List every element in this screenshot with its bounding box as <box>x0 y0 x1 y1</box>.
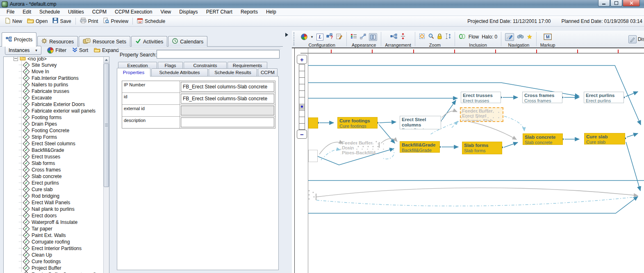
zoom-slider[interactable] <box>299 64 305 130</box>
save-button[interactable]: Save <box>50 17 73 25</box>
open-button[interactable]: Open <box>25 17 50 25</box>
minimize-icon[interactable] <box>598 0 610 7</box>
pert-node-erect-trusses[interactable]: Erect trussesErect trusses <box>461 92 501 103</box>
dropdown-arrow-icon[interactable]: ▼ <box>310 35 314 39</box>
tree-item[interactable]: ✓ Cure slab <box>4 186 104 193</box>
tree-item[interactable]: ✓ Footing forms <box>4 114 104 121</box>
pert-node-backfill-grade[interactable]: Backfill&GradeBackfill&Grade <box>400 141 440 153</box>
tree-item[interactable]: ✓ Slab forms <box>4 160 104 167</box>
tree-item[interactable]: ✓ Corrugate roofing <box>4 239 104 245</box>
tree-item[interactable]: ✓ Tar paper <box>4 226 104 232</box>
pert-node-feeder-buffer-erect-steel[interactable]: Feeder BufferErect Steelcolumns-Slab <box>460 107 503 122</box>
spread-arrows-icon[interactable] <box>400 33 406 41</box>
maximize-icon[interactable] <box>610 0 622 7</box>
tree-item[interactable]: ✓ Backfill&Grade <box>4 147 104 153</box>
menu-item[interactable]: File <box>2 9 18 15</box>
tree-item[interactable]: ✓ Move In <box>4 68 104 75</box>
pert-chart-canvas[interactable]: Cure footingsCure footingsErect Steel co… <box>292 48 644 273</box>
tab-execution[interactable]: Execution <box>118 62 157 68</box>
menu-item[interactable]: Utilities <box>64 9 88 15</box>
tree-item[interactable]: ✓ Footing Concrete <box>4 127 104 134</box>
tree-item[interactable]: ✓ Fab.Interior Partitions <box>4 75 104 81</box>
toolbar-drag-handle[interactable] <box>294 32 296 45</box>
binoculars-icon[interactable] <box>517 34 524 40</box>
tree-item[interactable]: ✓ Erect Interior Partitions <box>4 245 104 252</box>
flow-icon[interactable] <box>459 34 466 41</box>
schedule-button[interactable]: 12 Schedule <box>134 17 168 25</box>
scroll-up-icon[interactable] <box>104 57 109 63</box>
tree-item[interactable]: ✓ Fabricate trusses <box>4 88 104 95</box>
close-icon[interactable] <box>623 0 640 7</box>
columns-icon[interactable] <box>369 33 377 41</box>
zoom-in-button[interactable]: + <box>297 55 307 64</box>
star-icon[interactable]: ★ <box>527 34 532 40</box>
pert-node-cure-slab[interactable]: Cure slabCure slab <box>584 133 625 144</box>
property-search-input[interactable] <box>157 50 280 59</box>
pert-node-slab-forms[interactable]: Slab formsSlab forms <box>462 142 502 154</box>
magnifier-icon[interactable] <box>428 33 434 41</box>
tab-calendars[interactable]: Calendars <box>168 36 207 47</box>
menu-item[interactable]: View <box>156 9 175 15</box>
tree-item[interactable]: ✓ Erect Wall Panels <box>4 199 104 206</box>
pert-node-cure-footings[interactable]: Cure footingsCure footings <box>337 117 378 129</box>
tree-item[interactable]: ✓ Erect doors <box>4 212 104 219</box>
pert-node-erect-purlins[interactable]: Erect purlinsErect purlins <box>584 92 624 103</box>
expand-button[interactable]: Expand <box>94 47 119 54</box>
tab-requirements[interactable]: Requirements <box>228 62 267 68</box>
menu-item[interactable]: Schedule <box>35 9 64 15</box>
tree-item[interactable]: ✓ Excavate <box>4 95 104 101</box>
tab-properties[interactable]: Properties <box>117 68 150 77</box>
instances-dropdown[interactable]: Instances ▼ <box>5 46 41 55</box>
tree-item[interactable]: ✓ Erect Steel columns <box>4 140 104 147</box>
zoom-out-button[interactable]: − <box>297 130 307 139</box>
tree-item[interactable]: ✓ Fabricate Exterior Doors <box>4 101 104 108</box>
id-value[interactable]: FB_Erect Steel columns-Slab concrete <box>181 94 274 104</box>
sort-button[interactable]: Sort <box>72 47 88 54</box>
tree-item[interactable]: ✓ Strip Forms <box>4 134 104 140</box>
panel-collapse-arrow[interactable] <box>285 33 288 37</box>
tree-item[interactable]: ✓ Slab concrete <box>4 173 104 180</box>
tab-ccpm[interactable]: CCPM <box>258 68 278 76</box>
collapse-expander-icon[interactable] <box>14 56 18 61</box>
fit-selection-icon[interactable] <box>419 33 425 41</box>
legend-icon[interactable] <box>350 34 357 40</box>
fit-height-icon[interactable] <box>445 33 451 41</box>
tree-item[interactable]: ✓ Drain Pipes <box>4 121 104 127</box>
tab-flags[interactable]: Flags <box>158 62 183 68</box>
pointer-pen-icon[interactable] <box>505 33 514 41</box>
tab-schedule-results[interactable]: Schedule Results <box>209 68 257 76</box>
pert-node-erect-steel-columns[interactable]: Erect Steel columnsErect Steel <box>400 116 441 129</box>
tab-activities[interactable]: Activities <box>131 36 167 47</box>
halo-value[interactable]: Halo: 0 <box>482 34 497 40</box>
diagonal-link-icon[interactable] <box>360 34 366 41</box>
tree-item[interactable]: ✓ Cross frames <box>4 167 104 173</box>
pert-node-slab-concrete[interactable]: Slab concreteSlab concrete <box>523 133 563 145</box>
tree-scrollbar-thumb[interactable] <box>104 63 109 187</box>
layout-l-icon[interactable]: L <box>316 34 323 41</box>
tree-item[interactable]: ✓ Cure footings <box>4 258 104 265</box>
tree-item[interactable]: ✓ Clean Up <box>4 252 104 258</box>
description-value[interactable] <box>181 117 274 127</box>
tree-item[interactable]: ✓ Erect trusses <box>4 153 104 160</box>
menu-item[interactable]: CCPM Execution <box>111 9 156 15</box>
menu-item[interactable]: Edit <box>18 9 35 15</box>
tree-item[interactable]: ✓ Project Buffer <box>4 265 104 271</box>
menu-item[interactable]: Reports <box>237 9 262 15</box>
pert-node-feeder-buffer-drain[interactable]: Feeder BufferDrainPipes-Backfill& <box>340 140 386 154</box>
tree-item[interactable]: ✓ Fabricate exterior wall panels <box>4 108 104 114</box>
filter-button[interactable]: Filter <box>47 47 66 54</box>
tree-item[interactable]: ✓ Feeder Buffer Corrugate roofing- <box>4 271 104 273</box>
tree-item[interactable]: ✓ Nailers to purlins <box>4 81 104 88</box>
edit-pad-icon[interactable] <box>336 33 343 41</box>
tree-scrollbar[interactable] <box>103 57 109 273</box>
tree-item[interactable]: ✓ Nail plank to purlins <box>4 206 104 212</box>
tree-root-no-job[interactable]: <no job> <box>4 56 104 62</box>
pert-node-left-stub-white[interactable] <box>308 150 318 162</box>
tree-item[interactable]: ✓ Erect purlins <box>4 180 104 186</box>
preview-button[interactable]: Preview <box>100 17 131 25</box>
org-chart-icon[interactable] <box>390 34 397 40</box>
markup-m-icon[interactable]: M <box>544 34 551 40</box>
tab-schedule-attributes[interactable]: Schedule Attributes <box>151 68 208 76</box>
display-button[interactable]: Dis <box>628 35 644 43</box>
menu-item[interactable]: CCPM <box>88 9 111 15</box>
